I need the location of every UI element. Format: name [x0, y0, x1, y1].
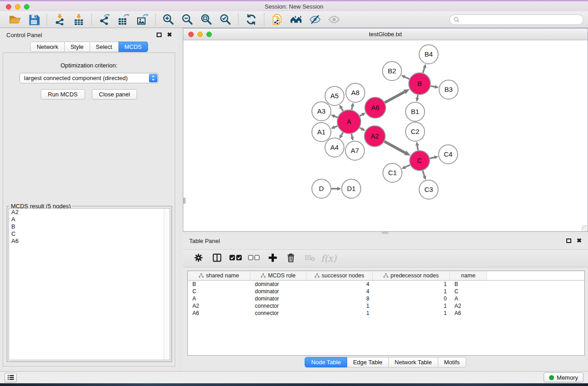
zoom-fit-button[interactable]	[197, 13, 216, 27]
close-table-panel-icon[interactable]: ✖	[577, 238, 582, 243]
uncheck-all-button[interactable]	[247, 251, 261, 266]
new-network-file-button[interactable]	[268, 13, 287, 27]
gear-button[interactable]	[191, 251, 206, 266]
graph-edge-A-A2[interactable]	[360, 128, 362, 129]
mcds-result-item[interactable]: A2	[9, 209, 170, 216]
network-minimize-button[interactable]	[197, 32, 203, 37]
zoom-selected-button[interactable]	[216, 13, 235, 27]
graph-node-B4[interactable]: B4	[419, 45, 438, 64]
graph-node-A8[interactable]: A8	[346, 83, 365, 102]
table-row[interactable]: Cdominator41C	[188, 288, 584, 295]
resize-grip[interactable]	[581, 225, 588, 231]
import-network-button[interactable]	[50, 13, 69, 27]
tab-node-table[interactable]: Node Table	[305, 357, 347, 367]
graph-node-D[interactable]: D	[312, 179, 331, 198]
result-scrollbar[interactable]	[164, 209, 170, 360]
close-panel-icon[interactable]: ✖	[167, 33, 172, 37]
tab-network-table[interactable]: Network Table	[389, 357, 438, 367]
mcds-result-item[interactable]: A	[9, 216, 170, 223]
table-row[interactable]: Bdominator41B	[188, 281, 584, 288]
run-mcds-button[interactable]: Run MCDS	[41, 89, 85, 100]
mcds-result-item[interactable]: A6	[9, 238, 170, 245]
graph-edge-B-B3[interactable]	[430, 86, 435, 87]
column-header-predecessor-nodes[interactable]: predecessor nodes	[373, 271, 450, 280]
graph-edge-C-C1[interactable]	[405, 165, 410, 167]
graph-edge-A2-C[interactable]	[384, 141, 405, 152]
export-table-button[interactable]	[114, 13, 133, 27]
graph-node-B[interactable]: B	[409, 73, 430, 95]
import-table-button[interactable]	[69, 13, 88, 27]
canvas-scrollbar-thumb[interactable]	[183, 198, 186, 204]
close-window-button[interactable]	[6, 4, 11, 10]
graph-node-C3[interactable]: C3	[419, 180, 438, 199]
trash-button[interactable]	[284, 251, 298, 266]
graph-edge-B-B4[interactable]	[423, 68, 425, 73]
column-header-successor-nodes[interactable]: successor nodes	[306, 271, 373, 280]
graph-edge-A-A5[interactable]	[341, 108, 343, 111]
graph-edge-C-C3[interactable]	[423, 171, 425, 176]
table-row[interactable]: A6connector11A6	[188, 310, 584, 317]
memory-button[interactable]: Memory	[544, 372, 583, 382]
criterion-dropdown[interactable]: largest connected component (directed)	[19, 73, 158, 83]
graph-node-C1[interactable]: C1	[383, 163, 402, 182]
tab-network[interactable]: Network	[30, 42, 65, 52]
network-window-titlebar[interactable]: testGlobe.txt	[183, 29, 588, 40]
graph-edge-A-A7[interactable]	[351, 133, 352, 137]
tab-select[interactable]: Select	[90, 42, 119, 52]
tab-edge-table[interactable]: Edge Table	[347, 357, 389, 367]
minimize-window-button[interactable]	[15, 4, 20, 10]
graph-node-A5[interactable]: A5	[325, 86, 344, 105]
home-button[interactable]	[287, 13, 306, 27]
mcds-result-item[interactable]: B	[9, 223, 170, 230]
graph-edge-A-A1[interactable]	[335, 126, 338, 128]
export-image-button[interactable]	[133, 13, 152, 27]
tab-style[interactable]: Style	[65, 42, 90, 52]
graph-edge-A6-B[interactable]	[385, 92, 404, 103]
graph-edge-C-C4[interactable]	[430, 157, 434, 158]
hide-details-button[interactable]	[306, 13, 325, 27]
search-input[interactable]	[462, 16, 579, 23]
graph-edge-B-B1[interactable]	[417, 95, 418, 98]
delete-table-button[interactable]	[302, 251, 317, 266]
graph-node-A[interactable]: A	[337, 110, 361, 133]
graph-edge-A-A6[interactable]	[360, 115, 362, 116]
float-panel-icon[interactable]	[157, 33, 162, 37]
graph-node-A7[interactable]: A7	[345, 141, 364, 160]
refresh-button[interactable]	[242, 13, 261, 27]
graph-edge-B-B2[interactable]	[405, 77, 409, 79]
network-canvas[interactable]: B4B2BB3A5A8A6B1A3AA1C2A2A4A7C4CC1C3DD1	[183, 40, 588, 231]
columns-button[interactable]	[210, 251, 224, 266]
graph-node-C4[interactable]: C4	[439, 145, 458, 164]
zoom-window-button[interactable]	[24, 4, 29, 10]
close-panel-button[interactable]: Close panel	[92, 89, 138, 100]
column-header-name[interactable]: name	[450, 271, 487, 280]
graph-edge-A-A3[interactable]	[335, 116, 338, 118]
graph-node-A4[interactable]: A4	[325, 138, 344, 157]
mcds-result-item[interactable]: C	[9, 230, 170, 238]
float-table-panel-icon[interactable]	[566, 238, 571, 243]
zoom-in-button[interactable]	[159, 13, 178, 27]
table-row[interactable]: A2connector11A2	[188, 302, 584, 310]
open-folder-button[interactable]	[5, 13, 24, 27]
graph-node-C2[interactable]: C2	[406, 122, 425, 141]
graph-edge-A-A8[interactable]	[352, 106, 353, 110]
function-button[interactable]: f(x)	[321, 251, 336, 266]
graph-edge-A-A4[interactable]	[341, 133, 343, 135]
table-row[interactable]: Adominator80A	[188, 295, 584, 302]
tab-motifs[interactable]: Motifs	[438, 357, 466, 367]
graph-node-A3[interactable]: A3	[312, 102, 331, 121]
show-details-button[interactable]	[325, 13, 344, 27]
graph-node-B3[interactable]: B3	[439, 80, 458, 99]
graph-node-A1[interactable]: A1	[312, 123, 331, 142]
network-zoom-button[interactable]	[206, 32, 212, 37]
column-header-MCDS-role[interactable]: MCDS role	[250, 271, 306, 280]
save-button[interactable]	[24, 13, 43, 27]
graph-node-B1[interactable]: B1	[406, 102, 425, 121]
tab-mcds[interactable]: MCDS	[119, 42, 148, 52]
graph-node-A2[interactable]: A2	[364, 126, 385, 147]
network-close-button[interactable]	[188, 32, 194, 37]
column-header-shared-name[interactable]: shared name	[188, 271, 250, 280]
graph-node-B2[interactable]: B2	[382, 62, 402, 81]
zoom-out-button[interactable]	[178, 13, 197, 27]
graph-node-C[interactable]: C	[410, 151, 430, 171]
